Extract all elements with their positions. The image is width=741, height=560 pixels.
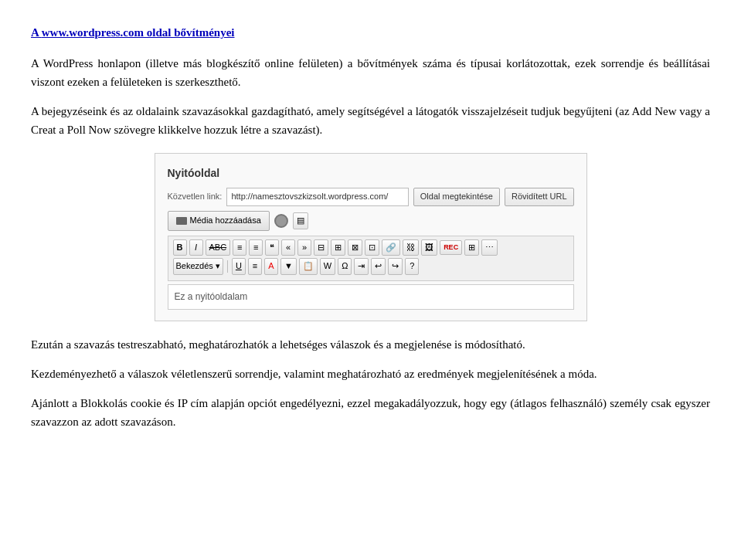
url-value: http://namesztovszkizsolt.wordpress.com/ bbox=[226, 188, 408, 206]
editor-text: Ez a nyitóoldalam bbox=[175, 291, 248, 302]
paragraph3-text: Ezután a szavazás testreszabható, meghat… bbox=[31, 338, 525, 351]
title-prefix: A bbox=[31, 26, 42, 39]
align-left-btn[interactable]: « bbox=[281, 239, 295, 256]
indent-btn[interactable]: ⊠ bbox=[348, 239, 362, 256]
help-btn[interactable]: ? bbox=[405, 258, 419, 275]
rec-btn[interactable]: REC bbox=[440, 240, 462, 254]
char-map-btn[interactable]: Ω bbox=[338, 258, 352, 275]
undo-btn[interactable]: ↩ bbox=[371, 258, 386, 275]
italic-btn[interactable]: I bbox=[189, 239, 203, 256]
underline-btn[interactable]: U bbox=[232, 258, 246, 275]
paragraph3: Ezután a szavazás testreszabható, meghat… bbox=[31, 335, 710, 354]
paragraph5: Ajánlott a Blokkolás cookie és IP cím al… bbox=[31, 394, 710, 431]
format-select-label: Bekezdés bbox=[176, 261, 213, 270]
table-btn[interactable]: ⊞ bbox=[464, 239, 479, 256]
url-row: Közvetlen link: http://namesztovszkizsol… bbox=[168, 188, 574, 206]
unlink-btn[interactable]: ⛓ bbox=[403, 239, 419, 256]
media-icon bbox=[176, 217, 187, 225]
bold-btn[interactable]: B bbox=[173, 239, 187, 256]
ol-btn[interactable]: ≡ bbox=[249, 239, 263, 256]
page-title: A www.wordpress.com oldal bővítményei bbox=[31, 23, 710, 42]
blockquote-btn[interactable]: ❝ bbox=[265, 239, 279, 256]
color-picker-btn[interactable]: ▼ bbox=[280, 258, 297, 275]
media-btn-label: Média hozzáadása bbox=[190, 214, 261, 228]
title-suffix: oldal bővítményei bbox=[144, 26, 235, 39]
url-label: Közvetlen link: bbox=[168, 190, 223, 204]
align-right-btn[interactable]: ⊟ bbox=[314, 239, 328, 256]
short-url-btn[interactable]: Rövidített URL bbox=[505, 188, 574, 206]
description-paragraph: A bejegyzéseink és az oldalaink szavazás… bbox=[31, 102, 710, 139]
media-row: Média hozzáadása ▤ bbox=[168, 211, 574, 231]
outdent-btn[interactable]: ⊡ bbox=[365, 239, 379, 256]
toolbar-row-2: Bekezdés ▾ U ≡ A ▼ 📋 W Ω ⇥ ↩ ↪ ? bbox=[173, 258, 569, 275]
justify-btn[interactable]: ≡ bbox=[248, 258, 262, 275]
paragraph4-text: Kezdeményezhető a válaszok véletlenszerű… bbox=[31, 368, 597, 380]
ul-btn[interactable]: ≡ bbox=[233, 239, 246, 256]
toolbar-separator bbox=[227, 260, 228, 273]
media-add-btn[interactable]: Média hozzáadása bbox=[168, 211, 270, 231]
description-text: A bejegyzéseink és az oldalaink szavazás… bbox=[31, 105, 710, 136]
strikethrough-btn[interactable]: ABC bbox=[206, 239, 231, 256]
editor-content[interactable]: Ez a nyitóoldalam bbox=[168, 284, 574, 310]
wordpress-link[interactable]: A www.wordpress.com oldal bővítményei bbox=[31, 26, 235, 39]
more-btn[interactable]: ⋯ bbox=[481, 239, 498, 256]
paste-word-btn[interactable]: W bbox=[320, 258, 335, 275]
intro-text: A WordPress honlapon (illetve más blogké… bbox=[31, 57, 710, 88]
screenshot-title: Nyitóoldal bbox=[168, 165, 574, 182]
paragraph5-text: Ajánlott a Blokkolás cookie és IP cím al… bbox=[31, 397, 710, 428]
view-page-btn[interactable]: Oldal megtekintése bbox=[413, 188, 500, 206]
align-justify-btn[interactable]: ⊞ bbox=[331, 239, 345, 256]
paste-text-btn[interactable]: 📋 bbox=[299, 258, 318, 275]
wordpress-anchor: www.wordpress.com bbox=[42, 26, 144, 39]
indent2-btn[interactable]: ⇥ bbox=[354, 258, 369, 275]
format-select[interactable]: Bekezdés ▾ bbox=[173, 258, 223, 275]
redo-btn[interactable]: ↪ bbox=[388, 258, 403, 275]
record-icon bbox=[274, 214, 288, 228]
align-center-btn[interactable]: » bbox=[297, 239, 311, 256]
extra-media-btn[interactable]: ▤ bbox=[293, 212, 308, 229]
toolbar-row-1: B I ABC ≡ ≡ ❝ « » ⊟ ⊞ ⊠ ⊡ 🔗 ⛓ 🖼 REC ⊞ ⋯ bbox=[173, 239, 569, 256]
paragraph4: Kezdeményezhető a válaszok véletlenszerű… bbox=[31, 365, 710, 383]
link-btn[interactable]: 🔗 bbox=[382, 239, 400, 256]
screenshot-container: Nyitóoldal Közvetlen link: http://namesz… bbox=[155, 153, 587, 321]
intro-paragraph: A WordPress honlapon (illetve más blogké… bbox=[31, 54, 710, 91]
image-btn[interactable]: 🖼 bbox=[421, 239, 437, 256]
font-color-btn[interactable]: A bbox=[264, 258, 278, 275]
editor-toolbar: B I ABC ≡ ≡ ❝ « » ⊟ ⊞ ⊠ ⊡ 🔗 ⛓ 🖼 REC ⊞ ⋯ … bbox=[168, 236, 574, 281]
